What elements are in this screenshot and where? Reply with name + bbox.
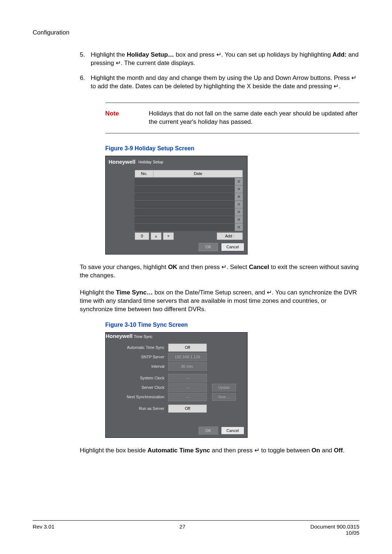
run-as-server-toggle[interactable]: Off	[168, 404, 207, 413]
paragraph: To save your changes, highlight OK and t…	[80, 263, 359, 280]
bold: Holiday Setup…	[127, 51, 174, 58]
table-row: ✕	[135, 193, 243, 200]
step-number: 5.	[80, 51, 91, 68]
col-date: Date	[153, 170, 242, 177]
cancel-button[interactable]: Cancel	[221, 243, 244, 251]
now-button[interactable]: Now ...	[212, 393, 236, 401]
next-sync-value: –	[168, 393, 207, 401]
ok-button[interactable]: OK	[199, 243, 218, 251]
label: System Clock	[110, 375, 168, 381]
note-text: Holidays that do not fall on the same da…	[149, 110, 359, 126]
system-clock-value: –	[168, 374, 207, 382]
holiday-setup-panel: Honeywell Holiday Setup No. Date ✕ ✕ ✕ ✕…	[105, 156, 248, 254]
delete-x-icon[interactable]: ✕	[234, 186, 243, 193]
page-number: 27	[179, 524, 185, 536]
down-arrow-button[interactable]: ▼	[163, 232, 174, 240]
text: and then press ↵ to toggle between	[210, 447, 312, 454]
server-clock-value: –	[168, 383, 207, 392]
panel-title: Holiday Setup	[138, 159, 163, 165]
text: Highlight the	[91, 51, 127, 58]
figure-caption: Figure 3-10 Time Sync Screen	[105, 321, 359, 329]
doc-id: Document 900.0315	[310, 524, 359, 530]
update-button[interactable]: Update	[212, 384, 236, 392]
delete-x-icon[interactable]: ✕	[234, 224, 243, 231]
cancel-button[interactable]: Cancel	[221, 427, 244, 435]
step-6: 6. Highlight the month and day and chang…	[80, 74, 359, 91]
delete-x-icon[interactable]: ✕	[234, 216, 243, 223]
table-row: ✕	[135, 200, 243, 208]
text: and then press ↵. Select	[177, 264, 249, 270]
doc-date: 10/05	[310, 530, 359, 536]
step-5: 5. Highlight the Holiday Setup… box and …	[80, 51, 359, 68]
table-row: ✕	[135, 223, 243, 231]
add-button[interactable]: Add :	[217, 232, 243, 240]
paragraph: Highlight the box beside Automatic Time …	[80, 447, 359, 455]
table-row: ✕	[135, 216, 243, 223]
bold: Automatic Time Sync	[147, 447, 210, 454]
panel-title: Time Sync	[134, 334, 153, 339]
col-no: No.	[135, 170, 153, 177]
bold: OK	[168, 264, 177, 270]
bold: Off	[334, 447, 343, 454]
label: Interval	[110, 364, 168, 369]
step-text: Highlight the month and day and change t…	[91, 74, 359, 91]
delete-x-icon[interactable]: ✕	[234, 193, 243, 200]
text: Highlight the box beside	[80, 447, 147, 454]
rev: Rev 3.01	[33, 524, 54, 536]
delete-x-icon[interactable]: ✕	[234, 208, 243, 216]
interval-field[interactable]: 30 min.	[168, 362, 207, 371]
paragraph: Highlight the Time Sync… box on the Date…	[80, 289, 359, 314]
sntp-server-field[interactable]: 192.168.1.129	[168, 353, 207, 361]
brand: Honeywell	[109, 158, 135, 166]
step-number: 6.	[80, 74, 91, 91]
auto-sync-toggle[interactable]: Off	[168, 343, 207, 352]
bold: Add:	[332, 51, 347, 58]
text: To save your changes, highlight	[80, 264, 168, 270]
table-row: ✕	[135, 178, 243, 185]
section-header: Configuration	[33, 29, 359, 36]
bold: Time Sync…	[116, 289, 153, 296]
text: and	[320, 447, 334, 454]
page-footer: Rev 3.01 27 Document 900.0315 10/05	[33, 520, 359, 536]
text: .	[343, 447, 344, 454]
bold: Cancel	[249, 264, 269, 270]
up-arrow-button[interactable]: ▲	[151, 232, 162, 240]
text: Highlight the	[80, 289, 116, 296]
figure-caption: Figure 3-9 Holiday Setup Screen	[105, 144, 359, 152]
table-row: ✕	[135, 185, 243, 193]
label: Next Synchronization	[110, 394, 168, 400]
note-block: Note Holidays that do not fall on the sa…	[105, 102, 359, 134]
ok-button[interactable]: OK	[199, 427, 218, 435]
brand: Honeywell	[106, 333, 132, 339]
label: Automatic Time Sync	[110, 345, 168, 350]
label: Server Clock	[110, 385, 168, 390]
delete-x-icon[interactable]: ✕	[234, 201, 243, 208]
label: SNTP Server	[110, 354, 168, 360]
count-box: 0	[135, 232, 149, 240]
label: Run as Server	[110, 406, 168, 411]
time-sync-panel: Honeywell Time Sync Automatic Time Sync …	[105, 332, 248, 438]
note-label: Note	[105, 110, 134, 126]
text: box and press ↵. You can set up holidays…	[174, 51, 332, 58]
delete-x-icon[interactable]: ✕	[234, 178, 243, 185]
table-row: ✕	[135, 208, 243, 216]
bold: On	[311, 447, 320, 454]
